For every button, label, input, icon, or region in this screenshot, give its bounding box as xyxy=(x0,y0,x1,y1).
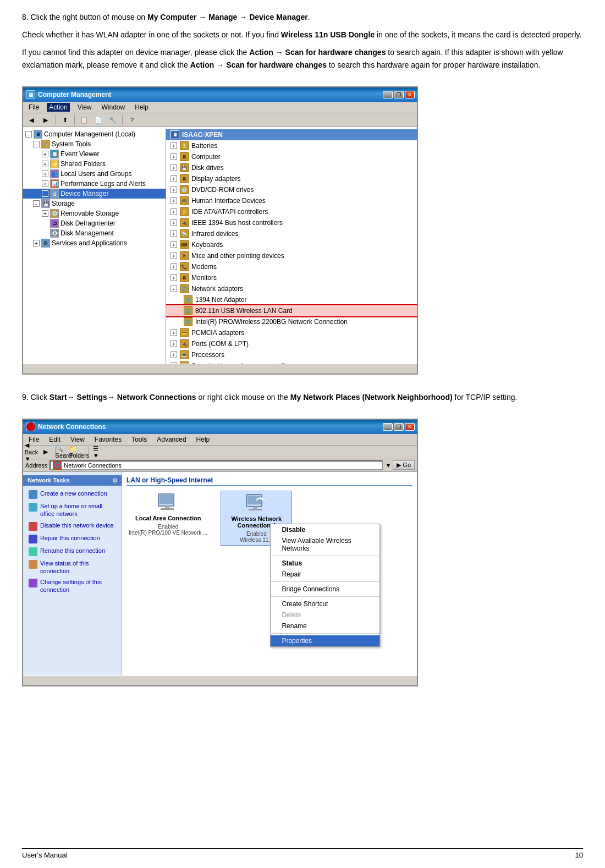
nc-address-input[interactable]: 🌐 Network Connections xyxy=(50,460,383,470)
tree-item-event-viewer[interactable]: + 📋 Event Viewer xyxy=(23,149,166,159)
menu-window[interactable]: Window xyxy=(100,103,128,112)
right-intel-wireless[interactable]: 🌐 Intel(R) PRO/Wireless 2200BG Network C… xyxy=(166,316,417,327)
expand-icon[interactable]: + xyxy=(170,142,177,149)
expand-icon[interactable]: + xyxy=(170,263,177,270)
nc-minimize-button[interactable]: _ xyxy=(383,423,393,431)
menu-file[interactable]: File xyxy=(26,103,41,112)
menu-help[interactable]: Help xyxy=(133,103,151,112)
right-infrared[interactable]: + 📡 Infrared devices xyxy=(166,228,417,239)
right-hid[interactable]: + 🎮 Human Interface Devices xyxy=(166,195,417,206)
expand-icon[interactable]: + xyxy=(42,161,48,167)
ctx-status[interactable]: Status xyxy=(271,558,380,569)
expand-icon[interactable]: + xyxy=(42,151,48,157)
expand-icon[interactable]: + xyxy=(170,175,177,182)
nc-menu-favorites[interactable]: Favorites xyxy=(92,435,124,444)
right-disk-drives[interactable]: + 💾 Disk drives xyxy=(166,162,417,173)
nc-menu-help[interactable]: Help xyxy=(194,435,212,444)
help-button[interactable]: ? xyxy=(126,114,138,125)
right-1394-net[interactable]: 🌐 1394 Net Adapter xyxy=(166,294,417,305)
nc-task-change-settings[interactable]: Change settings of this connection xyxy=(23,576,122,596)
ctx-rename[interactable]: Rename xyxy=(271,620,380,631)
nc-views-button[interactable]: ☰ ▼ xyxy=(92,447,105,458)
right-monitors[interactable]: + 🖥 Monitors xyxy=(166,272,417,283)
nc-forward-button[interactable]: ▶ xyxy=(40,447,52,458)
nc-task-rename[interactable]: Rename this connection xyxy=(23,545,122,558)
expand-icon[interactable]: + xyxy=(170,197,177,204)
nc-local-area-connection[interactable]: Local Area Connection EnabledIntel(R) PR… xyxy=(127,491,210,538)
expand-icon[interactable]: + xyxy=(170,241,177,248)
expand-icon[interactable]: - xyxy=(33,200,40,207)
expand-icon[interactable]: + xyxy=(170,274,177,281)
right-computer[interactable]: + 🖥 Computer xyxy=(166,151,417,162)
expand-icon[interactable]: + xyxy=(170,186,177,193)
expand-icon[interactable]: + xyxy=(170,252,177,259)
back-button[interactable]: ◀ xyxy=(25,114,37,125)
menu-view[interactable]: View xyxy=(75,103,94,112)
right-dvd[interactable]: + 💿 DVD/CD-ROM drives xyxy=(166,184,417,195)
right-sound[interactable]: + 🔊 Sound, video and game controllers xyxy=(166,360,417,364)
tree-item-device-manager[interactable]: 🖨 Device Manager xyxy=(23,189,166,199)
tree-item-services[interactable]: + ⚙ Services and Applications xyxy=(23,238,166,248)
expand-icon[interactable]: - xyxy=(25,131,32,138)
expand-icon[interactable] xyxy=(42,190,48,197)
menu-action[interactable]: Action xyxy=(47,103,69,112)
nc-close-button[interactable]: ✕ xyxy=(405,423,415,431)
right-ports[interactable]: + 🔌 Ports (COM & LPT) xyxy=(166,338,417,349)
nc-task-repair[interactable]: Repair this connection xyxy=(23,532,122,545)
tree-item-perf-logs[interactable]: + 📊 Performance Logs and Alerts xyxy=(23,179,166,189)
right-wireless-lan-card[interactable]: 🌐 802.11n USB Wireless LAN Card xyxy=(166,305,417,316)
right-ide[interactable]: + ⚡ IDE ATA/ATAPI controllers xyxy=(166,206,417,217)
tree-item-removable[interactable]: + 💿 Removable Storage xyxy=(23,208,166,218)
expand-icon[interactable]: + xyxy=(33,240,40,246)
close-button[interactable]: ✕ xyxy=(405,91,415,98)
nc-back-button[interactable]: ◀ Back ▼ xyxy=(25,447,37,458)
nc-task-setup-home[interactable]: Set up a home or small office network xyxy=(23,501,122,520)
expand-icon[interactable]: + xyxy=(170,329,177,336)
tree-item-disk-defrag[interactable]: 🗂 Disk Defragmenter xyxy=(23,218,166,228)
expand-icon[interactable]: + xyxy=(170,219,177,226)
expand-icon[interactable]: + xyxy=(42,171,48,177)
expand-icon[interactable]: + xyxy=(42,180,48,187)
nc-restore-button[interactable]: ❐ xyxy=(394,423,404,431)
right-pcmcia[interactable]: + 💳 PCMCIA adapters xyxy=(166,327,417,338)
expand-icon[interactable]: + xyxy=(170,153,177,160)
ctx-disable[interactable]: Disable xyxy=(271,524,380,535)
nc-task-create[interactable]: Create a new connection xyxy=(23,488,122,501)
ctx-bridge[interactable]: Bridge Connections xyxy=(271,584,380,595)
expand-icon[interactable]: + xyxy=(170,230,177,237)
nc-folders-button[interactable]: 📁 Folders xyxy=(73,447,85,458)
restore-button[interactable]: ❐ xyxy=(394,91,404,98)
up-button[interactable]: ⬆ xyxy=(59,114,71,125)
go-button[interactable]: ▶ Go xyxy=(393,460,415,470)
right-modems[interactable]: + 📞 Modems xyxy=(166,261,417,272)
nc-menu-edit[interactable]: Edit xyxy=(47,435,63,444)
expand-icon[interactable]: - xyxy=(170,285,177,292)
nc-task-view-status[interactable]: View status of this connection xyxy=(23,558,122,577)
expand-icon[interactable]: + xyxy=(42,210,48,217)
collapse-icon[interactable]: ⊙ xyxy=(112,477,117,484)
nc-menu-advanced[interactable]: Advanced xyxy=(155,435,188,444)
expand-icon[interactable]: + xyxy=(170,164,177,171)
tree-item-shared-folders[interactable]: + 📁 Shared Folders xyxy=(23,159,166,169)
expand-icon[interactable]: + xyxy=(170,351,177,358)
ctx-create-shortcut[interactable]: Create Shortcut xyxy=(271,598,380,609)
nc-menu-view[interactable]: View xyxy=(68,435,87,444)
right-mice[interactable]: + 🖱 Mice and other pointing devices xyxy=(166,250,417,261)
right-batteries[interactable]: + 🔋 Batteries xyxy=(166,140,417,151)
right-keyboards[interactable]: + ⌨ Keyboards xyxy=(166,239,417,250)
expand-icon[interactable]: - xyxy=(33,141,40,147)
properties-button[interactable]: 🔧 xyxy=(107,114,119,125)
tree-item-local-users[interactable]: + 👥 Local Users and Groups xyxy=(23,169,166,179)
right-network-adapters[interactable]: - 🌐 Network adapters xyxy=(166,283,417,294)
right-display-adapters[interactable]: + 🖥 Display adapters xyxy=(166,173,417,184)
expand-icon[interactable]: + xyxy=(170,208,177,215)
nc-task-disable[interactable]: Disable this network device xyxy=(23,520,122,532)
tree-item-storage[interactable]: - 💾 Storage xyxy=(23,199,166,208)
copy-button[interactable]: 📋 xyxy=(78,114,90,125)
right-processors[interactable]: + 💻 Processors xyxy=(166,349,417,360)
ctx-view-wireless[interactable]: View Available Wireless Networks xyxy=(271,535,380,554)
right-ieee[interactable]: + 🔌 IEEE 1394 Bus host controllers xyxy=(166,217,417,228)
minimize-button[interactable]: _ xyxy=(383,91,393,98)
ctx-repair[interactable]: Repair xyxy=(271,569,380,580)
ctx-properties[interactable]: Properties xyxy=(271,635,380,646)
